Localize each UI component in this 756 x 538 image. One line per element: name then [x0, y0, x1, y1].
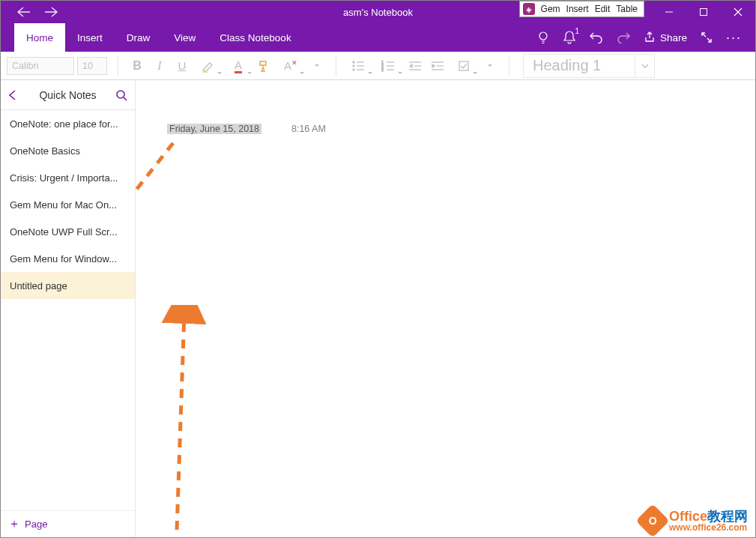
- svg-text:3: 3: [381, 67, 384, 72]
- search-icon[interactable]: [112, 89, 127, 101]
- titlebar: asm's Notebook ◈ Gem Insert Edit Table: [1, 1, 755, 23]
- more-formatting-button[interactable]: [306, 55, 328, 77]
- styles-select[interactable]: Heading 1: [523, 54, 655, 78]
- watermark: O Office教程网 www.office26.com: [641, 509, 748, 533]
- tab-insert[interactable]: Insert: [65, 23, 115, 52]
- font-select[interactable]: Calibri: [7, 57, 74, 75]
- page-item[interactable]: Gem Menu for Mac On...: [1, 191, 135, 218]
- tab-draw[interactable]: Draw: [115, 23, 163, 52]
- add-page-button[interactable]: ＋ Page: [1, 510, 135, 537]
- lightbulb-icon[interactable]: [537, 30, 549, 45]
- gem-menu-item[interactable]: Gem: [538, 4, 563, 14]
- sidebar-back-icon[interactable]: [8, 90, 23, 100]
- share-button[interactable]: Share: [644, 31, 687, 43]
- svg-rect-3: [203, 71, 208, 73]
- svg-point-4: [353, 61, 354, 63]
- share-label: Share: [660, 32, 687, 43]
- font-size-select[interactable]: 10: [77, 57, 107, 75]
- note-time: 8:16 AM: [291, 124, 326, 134]
- underline-button[interactable]: U: [171, 55, 193, 77]
- gem-menu-item[interactable]: Edit: [592, 4, 614, 14]
- nav-forward-icon[interactable]: [44, 7, 58, 17]
- page-item[interactable]: OneNote Basics: [1, 137, 135, 164]
- svg-rect-22: [459, 61, 468, 70]
- page-item[interactable]: OneNote UWP Full Scr...: [1, 218, 135, 245]
- checkbox-button[interactable]: [449, 55, 479, 77]
- svg-point-23: [117, 91, 124, 98]
- more-icon[interactable]: ···: [726, 30, 742, 46]
- gem-menu-item[interactable]: Table: [613, 4, 641, 14]
- window-maximize-button[interactable]: [686, 1, 721, 23]
- svg-line-25: [136, 143, 173, 285]
- plus-icon: ＋: [8, 516, 20, 532]
- note-date: Friday, June 15, 2018: [167, 124, 261, 134]
- note-metadata: Friday, June 15, 2018 8:16 AM: [167, 124, 326, 134]
- page-item[interactable]: Untitled page: [1, 272, 135, 299]
- pages-sidebar: Quick Notes OneNote: one place for... On…: [1, 80, 136, 537]
- highlight-button[interactable]: [193, 55, 223, 77]
- app-window: asm's Notebook ◈ Gem Insert Edit Table H…: [0, 0, 756, 538]
- svg-rect-1: [701, 9, 707, 16]
- fullscreen-icon[interactable]: [701, 31, 713, 43]
- nav-back-icon[interactable]: [17, 7, 31, 17]
- svg-point-6: [353, 65, 354, 67]
- redo-icon[interactable]: [617, 31, 630, 43]
- format-painter-button[interactable]: [253, 55, 276, 77]
- ribbon-tabs: Home Insert Draw View Class Notebook 1 S…: [1, 23, 755, 52]
- svg-point-8: [353, 69, 354, 70]
- svg-line-24: [124, 97, 127, 100]
- bullets-button[interactable]: [344, 55, 374, 77]
- bell-icon[interactable]: 1: [563, 30, 576, 45]
- more-paragraph-button[interactable]: [479, 55, 501, 77]
- font-color-button[interactable]: A: [223, 55, 253, 77]
- svg-line-26: [177, 312, 184, 530]
- styles-label: Heading 1: [533, 57, 601, 74]
- tab-view[interactable]: View: [162, 23, 208, 52]
- annotation-arrow: [136, 80, 750, 538]
- note-canvas[interactable]: Friday, June 15, 2018 8:16 AM: [136, 80, 755, 537]
- clear-formatting-button[interactable]: A✕: [276, 55, 306, 77]
- pages-list: OneNote: one place for... OneNote Basics…: [1, 110, 135, 510]
- page-item[interactable]: Gem Menu for Window...: [1, 245, 135, 272]
- gem-menu-item[interactable]: Insert: [563, 4, 592, 14]
- add-page-label: Page: [25, 519, 47, 530]
- outdent-button[interactable]: [404, 55, 426, 77]
- numbering-button[interactable]: 123: [374, 55, 404, 77]
- window-close-button[interactable]: [721, 1, 755, 23]
- section-title[interactable]: Quick Notes: [23, 89, 112, 101]
- window-minimize-button[interactable]: [652, 1, 686, 23]
- italic-button[interactable]: I: [148, 55, 171, 77]
- formatting-toolbar: Calibri 10 B I U A A✕ 123: [1, 52, 755, 80]
- undo-icon[interactable]: [590, 31, 603, 43]
- gem-menu-bar: ◈ Gem Insert Edit Table: [519, 1, 644, 17]
- indent-button[interactable]: [426, 55, 449, 77]
- page-item[interactable]: Crisis: Urgent / Importa...: [1, 164, 135, 191]
- gem-icon[interactable]: ◈: [523, 3, 535, 15]
- svg-point-2: [539, 32, 547, 40]
- tab-class-notebook[interactable]: Class Notebook: [208, 23, 303, 52]
- tab-home[interactable]: Home: [14, 23, 65, 52]
- page-item[interactable]: OneNote: one place for...: [1, 110, 135, 137]
- bold-button[interactable]: B: [126, 55, 148, 77]
